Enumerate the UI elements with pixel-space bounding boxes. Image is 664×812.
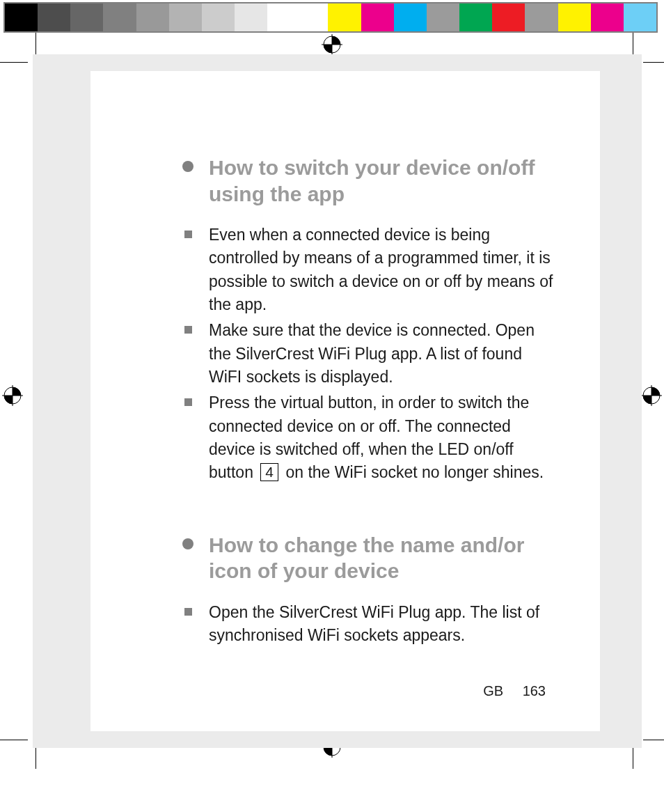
color-swatch bbox=[267, 3, 300, 31]
list-item: Even when a connected device is being co… bbox=[209, 224, 558, 316]
color-swatch bbox=[492, 3, 525, 31]
color-swatch bbox=[558, 3, 591, 31]
crop-mark bbox=[643, 740, 664, 740]
color-swatch bbox=[235, 3, 267, 31]
color-swatch bbox=[328, 3, 361, 31]
registration-mark-icon bbox=[641, 385, 662, 406]
list-item: Press the virtual button, in order to sw… bbox=[209, 391, 558, 484]
list-item: Open the SilverCrest WiFi Plug app. The … bbox=[209, 601, 558, 648]
section-title: How to change the name and/or icon of yo… bbox=[209, 532, 558, 584]
keycap-icon: 4 bbox=[260, 463, 278, 481]
color-swatch bbox=[459, 3, 492, 31]
color-calibration-bar bbox=[3, 2, 658, 33]
color-swatch bbox=[202, 3, 235, 31]
page-footer: GB 163 bbox=[483, 683, 546, 699]
color-swatch bbox=[38, 3, 70, 31]
registration-mark-icon bbox=[322, 34, 342, 55]
crop-mark bbox=[0, 740, 28, 740]
crop-mark bbox=[0, 62, 28, 63]
color-swatch bbox=[169, 3, 202, 31]
color-swatch bbox=[136, 3, 169, 31]
bullet-list: Open the SilverCrest WiFi Plug app. The … bbox=[209, 601, 558, 648]
registration-mark-icon bbox=[2, 385, 23, 406]
color-swatch bbox=[591, 3, 624, 31]
color-swatch bbox=[5, 3, 38, 31]
bullet-list: Even when a connected device is being co… bbox=[209, 224, 558, 485]
color-swatch bbox=[70, 3, 103, 31]
section-title: How to switch your device on/off using t… bbox=[209, 155, 558, 207]
list-item-text: on the WiFi socket no longer shines. bbox=[281, 463, 544, 481]
color-swatch bbox=[103, 3, 136, 31]
color-swatch bbox=[525, 3, 558, 31]
color-swatch bbox=[427, 3, 459, 31]
color-swatch bbox=[624, 3, 656, 31]
page-number: 163 bbox=[523, 683, 546, 698]
color-swatch bbox=[394, 3, 427, 31]
color-swatch bbox=[361, 3, 394, 31]
list-item: Make sure that the device is connected. … bbox=[209, 319, 558, 389]
crop-mark bbox=[643, 62, 664, 63]
manual-page: Use How to switch your device on/off usi… bbox=[0, 0, 664, 812]
page-body: How to switch your device on/off using t… bbox=[181, 142, 558, 679]
page-sheet: Use How to switch your device on/off usi… bbox=[33, 54, 642, 748]
country-code: GB bbox=[483, 683, 503, 698]
page-content: How to switch your device on/off using t… bbox=[90, 71, 600, 731]
